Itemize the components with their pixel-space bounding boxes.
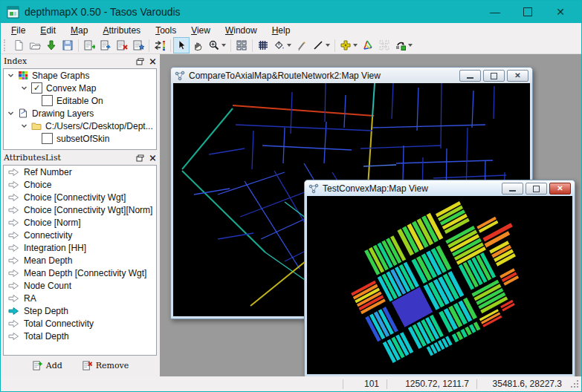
menu-map[interactable]: Map xyxy=(63,24,95,37)
menu-window[interactable]: Window xyxy=(218,24,265,37)
chevron-down-icon[interactable] xyxy=(21,122,28,129)
attribute-row[interactable]: Choice [Connectivity Wgt][Norm] xyxy=(4,203,156,216)
step-depth-button[interactable] xyxy=(392,37,415,53)
status-map-extents: 35481.6, 28227.3 xyxy=(477,379,569,389)
child-minimize-button[interactable] xyxy=(459,70,481,82)
minimize-icon xyxy=(467,77,473,79)
attribute-arrow-icon xyxy=(8,307,19,316)
close-panel-icon[interactable]: × xyxy=(149,58,157,65)
save-button[interactable] xyxy=(59,37,76,53)
chevron-down-icon[interactable] xyxy=(7,72,14,79)
convex-map-canvas[interactable] xyxy=(307,196,572,374)
editable-on-checkbox[interactable] xyxy=(42,95,53,106)
remove-attribute-button[interactable]: Remove xyxy=(82,360,129,371)
attribute-row[interactable]: RA xyxy=(4,292,156,304)
isovist-dropdown-caret[interactable] xyxy=(353,44,358,47)
menu-tools[interactable]: Tools xyxy=(148,24,184,37)
agent-grid-button[interactable] xyxy=(376,37,392,53)
child-close-button[interactable]: ✕ xyxy=(507,70,528,82)
child-close-button[interactable]: ✕ xyxy=(549,183,571,195)
line-tool-button[interactable] xyxy=(310,37,332,53)
float-panel-icon[interactable] xyxy=(136,154,144,162)
colour-range-button[interactable] xyxy=(152,37,168,53)
tree-item-editable-on[interactable]: Editable On xyxy=(4,94,156,107)
attribute-row[interactable]: Total Connectivity xyxy=(4,317,156,330)
remove-icon xyxy=(82,360,93,371)
maximize-button[interactable] xyxy=(511,1,544,23)
child-maximize-button[interactable] xyxy=(526,183,547,195)
attribute-row[interactable]: Ref Number xyxy=(4,166,156,178)
resize-grip[interactable] xyxy=(569,379,580,389)
import-arrow-icon xyxy=(45,39,57,51)
axial-window-titlebar[interactable]: CompareToAxialMap&RouteNetwork2:Map View… xyxy=(171,68,532,83)
attribute-row[interactable]: Node Count xyxy=(4,279,156,292)
agent-grid-icon xyxy=(378,39,390,51)
attribute-row[interactable]: Choice xyxy=(4,178,156,191)
menu-help[interactable]: Help xyxy=(265,24,298,37)
map-window-convex[interactable]: TestConvexMap:Map View ✕ xyxy=(304,180,575,376)
attribute-label: Total Connectivity xyxy=(24,318,94,329)
drawing-layers-icon xyxy=(18,108,28,118)
zoom-dropdown-caret[interactable] xyxy=(222,44,226,47)
axial-map-icon xyxy=(362,39,374,51)
remove-map-button[interactable] xyxy=(114,37,130,53)
attribute-row[interactable]: Integration [HH] xyxy=(4,241,156,254)
menu-attributes[interactable]: Attributes xyxy=(95,24,148,37)
isovist-tool-button[interactable] xyxy=(337,37,360,53)
toolbar-handle[interactable] xyxy=(4,39,8,51)
tree-item-shape-graphs[interactable]: Shape Graphs xyxy=(4,69,156,82)
close-panel-icon[interactable]: × xyxy=(149,154,157,162)
axial-map-button[interactable] xyxy=(360,37,376,53)
convex-map-checkbox[interactable]: ✓ xyxy=(31,82,42,94)
attribute-row[interactable]: Connectivity xyxy=(4,229,156,241)
convex-window-titlebar[interactable]: TestConvexMap:Map View ✕ xyxy=(305,180,575,196)
set-grid-button[interactable] xyxy=(255,37,271,53)
open-file-button[interactable] xyxy=(27,37,43,53)
attribute-arrow-icon xyxy=(8,269,19,278)
new-map-button[interactable] xyxy=(81,37,97,53)
step-dropdown-caret[interactable] xyxy=(408,44,413,47)
status-cursor-coords: 1250.72, 1211.7 xyxy=(387,379,476,389)
close-button[interactable]: ✕ xyxy=(544,1,577,23)
attribute-row[interactable]: Step Depth xyxy=(4,304,156,317)
pan-tool-button[interactable] xyxy=(190,37,206,53)
line-dropdown-caret[interactable] xyxy=(326,44,330,47)
menu-view[interactable]: View xyxy=(184,24,218,37)
child-minimize-button[interactable] xyxy=(502,183,523,195)
float-panel-icon[interactable] xyxy=(136,58,144,65)
select-tool-button[interactable] xyxy=(173,37,190,53)
attribute-row[interactable]: Choice [Norm] xyxy=(4,216,156,229)
chevron-down-icon[interactable] xyxy=(21,85,28,91)
tree-item-drawing-layers[interactable]: Drawing Layers xyxy=(4,107,156,120)
status-count: 101 xyxy=(343,379,387,389)
zoom-tool-button[interactable] xyxy=(206,37,228,53)
new-file-button[interactable] xyxy=(10,37,27,53)
add-attribute-button[interactable]: Add xyxy=(32,360,62,371)
push-map-button[interactable] xyxy=(97,37,114,53)
attribute-row[interactable]: Choice [Connectivity Wgt] xyxy=(4,191,156,203)
chevron-down-icon[interactable] xyxy=(7,110,14,117)
menu-edit[interactable]: Edit xyxy=(33,24,63,37)
convert-map-button[interactable] xyxy=(130,37,146,53)
tree-item-subsetofskin[interactable]: subsetOfSkin xyxy=(4,132,156,145)
attribute-row[interactable]: Mean Depth xyxy=(4,254,156,267)
tree-item-label: subsetOfSkin xyxy=(56,134,109,144)
import-button[interactable] xyxy=(43,37,59,53)
maximize-icon xyxy=(533,186,540,192)
attribute-row[interactable]: Total Depth xyxy=(4,330,156,342)
child-maximize-button[interactable] xyxy=(483,70,505,82)
attribute-arrow-icon xyxy=(8,206,19,215)
subsetofskin-checkbox[interactable] xyxy=(42,133,53,144)
window-tile-button[interactable] xyxy=(233,37,250,53)
fill-tool-button[interactable] xyxy=(271,37,294,53)
fill-dropdown-caret[interactable] xyxy=(287,44,291,47)
tree-item-convex-map[interactable]: ✓ Convex Map xyxy=(4,82,156,94)
minimize-icon xyxy=(509,190,516,192)
attribute-label: Step Depth xyxy=(24,306,68,316)
menu-file[interactable]: File xyxy=(4,24,33,37)
minimize-button[interactable]: — xyxy=(479,1,511,23)
attribute-row[interactable]: Mean Depth [Connectivity Wgt] xyxy=(4,267,156,279)
tree-item-file-path[interactable]: C:/Users/C/Desktop/Dept... xyxy=(4,120,156,132)
attribute-label: Choice [Connectivity Wgt][Norm] xyxy=(24,205,152,215)
pencil-tool-button[interactable] xyxy=(294,37,310,53)
